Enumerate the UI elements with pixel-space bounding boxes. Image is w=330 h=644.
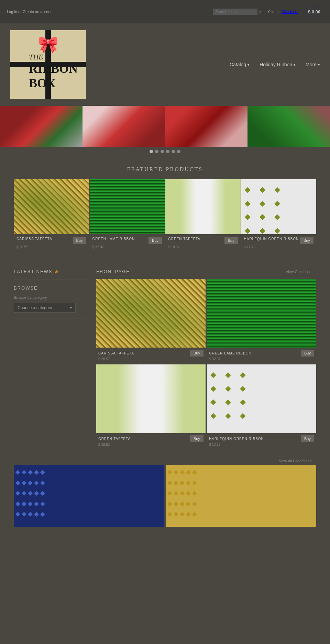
- product-name-3: GREEN TAFFETA: [168, 237, 224, 241]
- frontpage-buy-2[interactable]: Buy: [301, 350, 314, 357]
- dot-1[interactable]: [150, 150, 153, 153]
- product-name-1: CARISSA TAFFETA: [16, 237, 73, 241]
- product-image-1: [14, 179, 89, 234]
- product-image-3: [165, 179, 241, 234]
- product-info-4: HARLEQUIN GREEN RIBBON Buy: [241, 234, 317, 245]
- dot-2[interactable]: [155, 150, 158, 153]
- cart-total-button[interactable]: $ 0.00: [305, 3, 323, 21]
- featured-title: FEATURED PRODUCTS: [14, 166, 316, 172]
- featured-product-4[interactable]: HARLEQUIN GREEN RIBBON Buy $ 12.72: [241, 179, 317, 252]
- buy-button-4[interactable]: Buy: [300, 237, 314, 244]
- frontpage-name-1: CARISSA TAFFETA: [98, 351, 134, 355]
- checkout-link[interactable]: Check out: [281, 10, 298, 14]
- frontpage-section: FRONTPAGE View Collection → CARISSA TAFF…: [96, 269, 316, 449]
- top-bar: Log in or Create an account ⌕ 0 item Che…: [0, 0, 330, 23]
- latest-news-label: LATEST NEWS: [14, 269, 53, 274]
- all-collections-header: View all Collections →: [0, 455, 330, 465]
- cart-info: 0 item Check out: [268, 10, 299, 14]
- product-info-3: GREEN TAFFETA Buy: [165, 234, 241, 245]
- dot-4[interactable]: [166, 150, 169, 153]
- frontpage-item-4[interactable]: HARLEQUIN GREEN RIBBON Buy $ 12.72: [207, 364, 316, 449]
- header: 🎀 THE RIBBON BOX Catalog ▾ Holiday Ribbo…: [0, 23, 330, 106]
- bottom-grid: [14, 465, 316, 527]
- frontpage-buy-1[interactable]: Buy: [190, 350, 204, 357]
- frontpage-header: FRONTPAGE View Collection →: [96, 269, 316, 274]
- more-arrow-icon: ▾: [318, 63, 320, 67]
- nav-holiday-ribbon[interactable]: Holiday Ribbon ▾: [260, 62, 295, 67]
- product-price-3: $ 18.52: [165, 245, 241, 252]
- featured-product-2[interactable]: GREEN LAME RIBBON Buy $ 32.07: [90, 179, 165, 252]
- more-label: More: [306, 62, 317, 67]
- frontpage-grid: CARISSA TAFFETA Buy $ 20.57 GREEN LAME R…: [96, 279, 316, 449]
- frontpage-info-1: CARISSA TAFFETA Buy: [96, 348, 206, 357]
- search-input[interactable]: [213, 9, 257, 15]
- create-account-link[interactable]: Create an account: [23, 10, 54, 14]
- search-icon[interactable]: ⌕: [259, 9, 262, 14]
- browse-subtitle: Browse by category: [14, 295, 89, 300]
- dot-6[interactable]: [177, 150, 180, 153]
- banner-dots: [0, 147, 330, 156]
- frontpage-buy-3[interactable]: Buy: [190, 435, 204, 442]
- divider-1: [14, 280, 89, 280]
- frontpage-info-4: HARLEQUIN GREEN RIBBON Buy: [207, 433, 316, 443]
- category-select[interactable]: Choose a category Category 1 Category 2 …: [14, 303, 76, 313]
- banner: [0, 106, 330, 147]
- buy-button-1[interactable]: Buy: [73, 237, 86, 244]
- buy-button-2[interactable]: Buy: [148, 237, 162, 244]
- frontpage-image-4: [207, 364, 316, 433]
- holiday-ribbon-label: Holiday Ribbon: [260, 62, 292, 67]
- browse-title: BROWSE: [14, 285, 89, 291]
- frontpage-image-2: [207, 279, 316, 348]
- logo-text: THE RIBBON BOX: [19, 53, 78, 90]
- bottom-item-1[interactable]: [14, 465, 164, 527]
- view-collection-link[interactable]: View Collection →: [286, 270, 316, 274]
- product-price-2: $ 32.07: [90, 245, 165, 252]
- search-container: ⌕: [213, 9, 262, 15]
- frontpage-price-1: $ 20.57: [96, 357, 206, 363]
- featured-products-section: FEATURED PRODUCTS CARISSA TAFFETA Buy $ …: [0, 156, 330, 262]
- frontpage-item-3[interactable]: GREEN TAFFETA Buy $ 18.52: [96, 364, 206, 449]
- frontpage-info-2: GREEN LAME RIBBON Buy: [207, 348, 316, 357]
- logo[interactable]: 🎀 THE RIBBON BOX: [10, 30, 86, 99]
- buy-button-3[interactable]: Buy: [224, 237, 238, 244]
- bottom-section: LATEST NEWS ⊕ BROWSE Browse by category …: [0, 262, 330, 455]
- cart-items-count: 0 item: [268, 10, 279, 14]
- bow-icon: 🎀: [38, 35, 58, 54]
- bottom-image-2: [166, 465, 316, 527]
- featured-product-1[interactable]: CARISSA TAFFETA Buy $ 20.57: [14, 179, 89, 252]
- login-link[interactable]: Log in: [7, 10, 17, 14]
- top-bar-right: ⌕ 0 item Check out $ 0.00: [213, 3, 323, 21]
- frontpage-item-1[interactable]: CARISSA TAFFETA Buy $ 20.57: [96, 279, 206, 363]
- frontpage-price-3: $ 18.52: [96, 443, 206, 449]
- dot-3[interactable]: [161, 150, 164, 153]
- product-image-2: [90, 179, 165, 234]
- left-panel: LATEST NEWS ⊕ BROWSE Browse by category …: [14, 269, 96, 449]
- product-info-2: GREEN LAME RIBBON Buy: [90, 234, 165, 245]
- featured-products-grid: CARISSA TAFFETA Buy $ 20.57 GREEN LAME R…: [14, 179, 316, 252]
- divider-2: [14, 318, 89, 318]
- frontpage-price-4: $ 12.72: [207, 443, 316, 449]
- banner-image-2: [82, 106, 165, 147]
- product-name-2: GREEN LAME RIBBON: [92, 237, 149, 241]
- banner-image-4: [248, 106, 330, 147]
- dot-5[interactable]: [172, 150, 175, 153]
- product-price-4: $ 12.72: [241, 245, 317, 252]
- featured-product-3[interactable]: GREEN TAFFETA Buy $ 18.52: [165, 179, 241, 252]
- frontpage-name-3: GREEN TAFFETA: [98, 437, 131, 441]
- frontpage-title: FRONTPAGE: [96, 269, 130, 274]
- frontpage-price-2: $ 32.07: [207, 357, 316, 363]
- banner-image-1: [0, 106, 82, 147]
- catalog-arrow-icon: ▾: [248, 63, 249, 67]
- catalog-label: Catalog: [230, 62, 246, 67]
- frontpage-item-2[interactable]: GREEN LAME RIBBON Buy $ 32.07: [207, 279, 316, 363]
- rss-icon: ⊕: [55, 269, 59, 274]
- view-all-link[interactable]: View all Collections →: [279, 459, 316, 463]
- or-separator: or: [18, 10, 23, 14]
- nav-more[interactable]: More ▾: [306, 62, 320, 67]
- banner-image-3: [165, 106, 248, 147]
- bottom-image-1: [14, 465, 164, 527]
- frontpage-image-1: [96, 279, 206, 348]
- frontpage-buy-4[interactable]: Buy: [301, 435, 314, 442]
- bottom-item-2[interactable]: [166, 465, 316, 527]
- nav-catalog[interactable]: Catalog ▾: [230, 62, 249, 67]
